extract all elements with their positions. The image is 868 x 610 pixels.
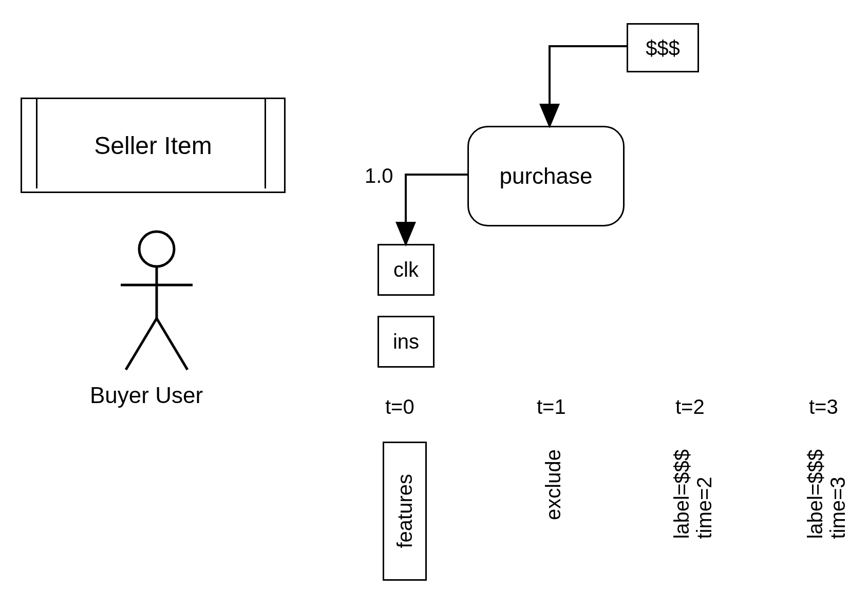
t2-label: t=2 — [675, 395, 705, 418]
t1-col-label: exclude — [542, 449, 564, 522]
diagram-canvas: Seller Item Buyer User $$$ purchase clk … — [0, 0, 868, 610]
t1-label: t=1 — [537, 395, 566, 418]
arrows-layer — [0, 0, 868, 610]
t3-col-line2: time=3 — [826, 449, 849, 539]
t2-col-line1: label=$$$ — [670, 449, 693, 539]
t3-col-line1: label=$$$ — [804, 449, 826, 539]
t3-label: t=3 — [809, 395, 838, 418]
t2-col-line2: time=2 — [693, 449, 715, 539]
edge-weight-label: 1.0 — [365, 164, 393, 187]
t2-col-label: label=$$$ time=2 — [670, 449, 715, 539]
features-box: features — [383, 442, 427, 581]
t1-col-text: exclude — [542, 449, 564, 520]
t0-label: t=0 — [385, 395, 414, 418]
features-box-label: features — [393, 474, 416, 548]
t3-col-label: label=$$$ time=3 — [804, 449, 849, 539]
